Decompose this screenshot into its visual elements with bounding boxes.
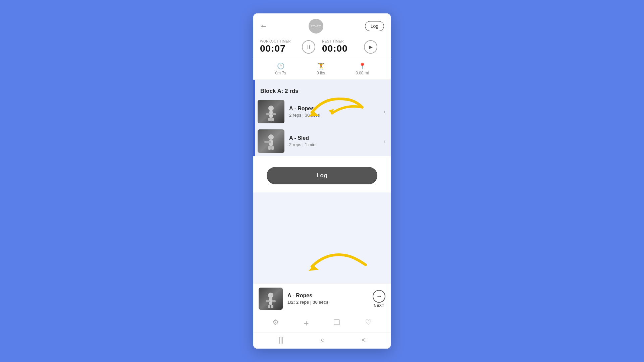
ropes-thumbnail	[258, 100, 284, 123]
ropes-info: A - Ropes 2 reps | 30 secs	[289, 106, 381, 118]
svg-rect-10	[271, 146, 274, 150]
time-stat-label: 0m 7s	[275, 71, 286, 75]
svg-rect-3	[272, 113, 276, 115]
pause-button[interactable]: ⏸	[302, 40, 315, 54]
exercise-item-ropes[interactable]: A - Ropes 2 reps | 30 secs ›	[255, 97, 391, 126]
next-exercise-thumbnail	[259, 288, 283, 310]
header: ← 375+375 Log	[253, 13, 391, 37]
ropes-detail: 2 reps | 30 secs	[289, 113, 381, 118]
svg-rect-13	[266, 300, 270, 302]
next-label: NEXT	[374, 303, 384, 307]
workout-timer-value: 00:07	[260, 43, 299, 54]
ropes-name: A - Ropes	[289, 106, 381, 112]
distance-stat-label: 0.00 mi	[356, 71, 369, 75]
workout-timer: WORKOUT TIMER 00:07	[260, 40, 299, 54]
sled-detail: 2 reps | 1 min	[289, 142, 381, 147]
svg-point-6	[268, 134, 274, 140]
svg-rect-4	[268, 118, 271, 121]
log-main-button[interactable]: Log	[267, 167, 377, 184]
weight-stat: 🏋 0 lbs	[317, 62, 325, 75]
svg-rect-9	[268, 146, 271, 150]
block-wrapper: Block A: 2 rds	[253, 80, 391, 156]
back-button[interactable]: ←	[260, 22, 267, 31]
next-exercise-name: A - Ropes	[287, 293, 373, 299]
workout-timer-label: WORKOUT TIMER	[260, 40, 299, 43]
sled-chevron-icon: ›	[383, 138, 385, 145]
copy-icon[interactable]: ❑	[333, 318, 340, 328]
location-icon: 📍	[359, 62, 366, 70]
play-button[interactable]: ▶	[364, 40, 377, 54]
next-exercise-detail: 1/2: 2 reps | 30 secs	[287, 300, 373, 305]
rest-timer: REST TIMER 00:00	[322, 40, 361, 54]
home-nav-icon[interactable]: ○	[321, 336, 325, 344]
back-nav-icon[interactable]: <	[362, 336, 366, 344]
next-exercise-section[interactable]: A - Ropes 1/2: 2 reps | 30 secs → NEXT	[253, 283, 391, 314]
next-button[interactable]: → NEXT	[373, 290, 385, 307]
svg-point-0	[268, 106, 274, 111]
phone-screen: ← 375+375 Log WORKOUT TIMER 00:07 ⏸ REST…	[253, 13, 391, 349]
rest-timer-label: REST TIMER	[322, 40, 361, 43]
stats-row: 🕐 0m 7s 🏋 0 lbs 📍 0.00 mi	[253, 58, 391, 80]
sled-thumbnail	[258, 129, 284, 153]
svg-rect-5	[271, 118, 274, 121]
svg-rect-2	[266, 113, 270, 115]
distance-stat: 📍 0.00 mi	[356, 62, 369, 75]
sled-info: A - Sled 2 reps | 1 min	[289, 135, 381, 147]
svg-point-11	[268, 293, 273, 298]
nav-bar: ||| ○ <	[253, 333, 391, 349]
menu-nav-icon[interactable]: |||	[278, 336, 284, 344]
next-exercise-info: A - Ropes 1/2: 2 reps | 30 secs	[287, 293, 373, 305]
avatar[interactable]: 375+375	[309, 19, 323, 34]
svg-rect-8	[264, 141, 271, 143]
heart-icon[interactable]: ♡	[365, 318, 372, 328]
bottom-actions: ⚙ + ❑ ♡	[253, 314, 391, 333]
timer-section: WORKOUT TIMER 00:07 ⏸ REST TIMER 00:00 ▶	[253, 37, 391, 58]
weight-stat-label: 0 lbs	[317, 71, 325, 75]
exercise-item-sled[interactable]: A - Sled 2 reps | 1 min ›	[255, 127, 391, 156]
sled-name: A - Sled	[289, 135, 381, 141]
pause-icon: ⏸	[306, 44, 311, 50]
dumbbell-icon: 🏋	[317, 62, 325, 70]
play-icon: ▶	[369, 44, 373, 50]
block-title: Block A: 2 rds	[260, 88, 299, 94]
log-header-button[interactable]: Log	[365, 21, 384, 31]
svg-rect-16	[271, 305, 273, 308]
ropes-chevron-icon: ›	[383, 108, 385, 115]
svg-rect-15	[268, 305, 270, 308]
next-arrow-icon: →	[373, 290, 385, 303]
block-header: Block A: 2 rds	[255, 84, 391, 97]
time-stat: 🕐 0m 7s	[275, 62, 286, 75]
svg-rect-14	[272, 300, 276, 302]
block-content: Block A: 2 rds	[255, 80, 391, 156]
settings-icon[interactable]: ⚙	[272, 318, 279, 328]
clock-icon: 🕐	[277, 62, 284, 70]
add-icon[interactable]: +	[304, 318, 309, 328]
rest-timer-value: 00:00	[322, 43, 361, 54]
block-section: Block A: 2 rds	[253, 80, 391, 283]
